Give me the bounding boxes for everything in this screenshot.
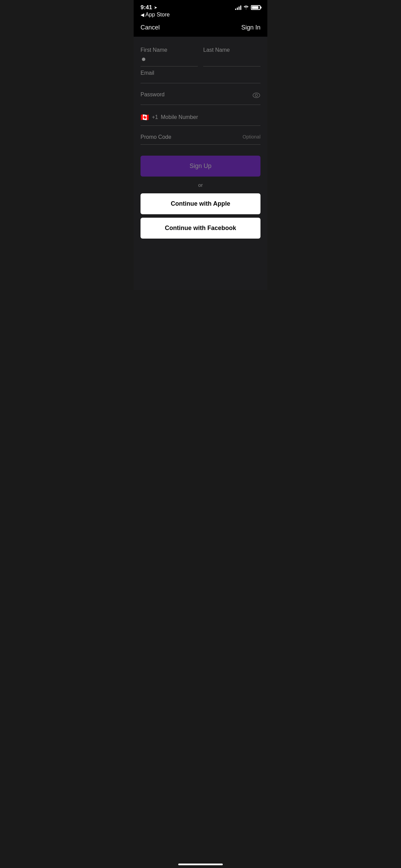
app-store-back-button[interactable]: ◀ App Store xyxy=(141,12,260,18)
main-content: First Name Last Name Email Password 🇨🇦 +… xyxy=(134,37,267,290)
last-name-label: Last Name xyxy=(203,47,260,53)
optional-label: Optional xyxy=(243,134,260,140)
back-chevron-icon: ◀ xyxy=(141,12,144,17)
phone-field[interactable]: 🇨🇦 +1 Mobile Number xyxy=(141,113,260,126)
email-label: Email xyxy=(141,70,260,76)
canada-flag-icon: 🇨🇦 xyxy=(141,113,149,121)
text-cursor xyxy=(142,58,145,61)
mobile-number-label: Mobile Number xyxy=(161,114,198,120)
svg-point-1 xyxy=(255,94,258,96)
promo-code-label: Promo Code xyxy=(141,134,171,140)
password-field[interactable]: Password xyxy=(141,92,260,105)
app-store-label: App Store xyxy=(145,12,170,18)
sign-up-button[interactable]: Sign Up xyxy=(141,156,260,177)
or-divider: or xyxy=(141,182,260,188)
email-field[interactable]: Email xyxy=(141,70,260,83)
wifi-icon xyxy=(243,5,249,10)
first-name-field[interactable]: First Name xyxy=(141,47,198,67)
battery-icon xyxy=(251,5,260,10)
name-row: First Name Last Name xyxy=(141,47,260,67)
status-bar-left: 9:41 ➤ xyxy=(141,4,157,11)
promo-code-field[interactable]: Promo Code Optional xyxy=(141,134,260,145)
signal-icon xyxy=(235,5,241,10)
cancel-button[interactable]: Cancel xyxy=(141,24,160,31)
continue-facebook-button[interactable]: Continue with Facebook xyxy=(141,218,260,239)
top-navigation: Cancel Sign In xyxy=(134,21,267,37)
bottom-space xyxy=(141,242,260,276)
first-name-label: First Name xyxy=(141,47,198,53)
svg-point-0 xyxy=(253,93,260,98)
password-label: Password xyxy=(141,92,165,98)
sign-in-button[interactable]: Sign In xyxy=(241,24,260,31)
last-name-field[interactable]: Last Name xyxy=(203,47,260,67)
status-time: 9:41 xyxy=(141,4,152,11)
continue-apple-button[interactable]: Continue with Apple xyxy=(141,193,260,214)
status-icons xyxy=(235,5,260,10)
country-code: +1 xyxy=(152,114,158,120)
password-toggle-icon[interactable] xyxy=(252,92,260,100)
location-arrow-icon: ➤ xyxy=(154,5,157,10)
status-bar: 9:41 ➤ xyxy=(134,0,267,21)
